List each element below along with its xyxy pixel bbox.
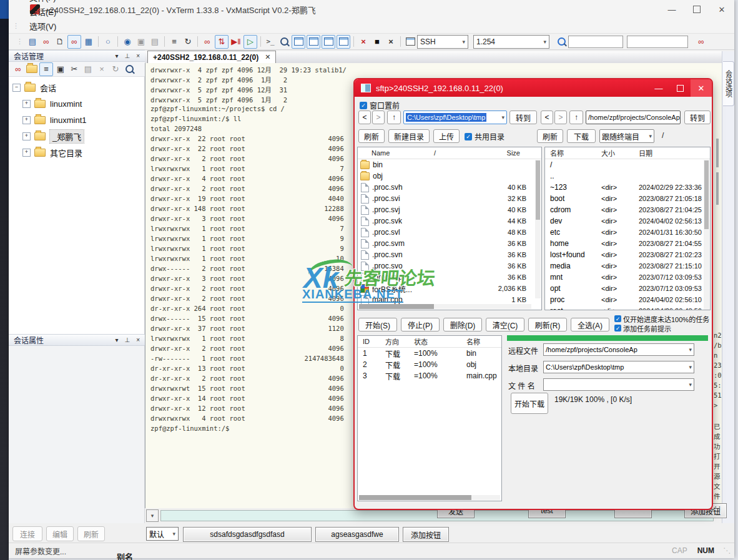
local-file-row[interactable]: obj xyxy=(358,170,531,182)
column-status[interactable]: 状态 xyxy=(414,336,466,346)
local-list-header[interactable]: Name / Size xyxy=(358,147,541,159)
local-file-list[interactable]: Name / Size bin obj .proc.svh 40 KB xyxy=(357,147,542,310)
local-refresh-button[interactable]: 刷新 xyxy=(358,129,385,143)
custom-button-1[interactable]: sdsafdsgdasdfgsdfasd xyxy=(183,527,312,542)
remote-file-row[interactable]: dev <dir> 2024/04/02 02:56:13 xyxy=(545,215,710,227)
panel-close-icon[interactable]: × xyxy=(136,336,140,343)
search-input[interactable] xyxy=(568,36,623,48)
black-square-icon[interactable]: ■ xyxy=(371,36,383,48)
remote-file-row[interactable]: lost+found <dir> 2023/08/27 21:02:23 xyxy=(545,249,710,260)
remote-path-select[interactable]: /home/zpf/projects/ConsoleApp▾ xyxy=(586,111,681,124)
remote-file-row[interactable]: root <dir> 2024/04/29 20:48:56 xyxy=(545,305,710,310)
custom-button-2[interactable]: agseasgasdfwe xyxy=(315,527,399,542)
tree-node-zhengpengfei[interactable]: + _郑鹏飞 xyxy=(9,128,144,144)
connect-button[interactable]: 连接 xyxy=(12,526,42,541)
queue-select-all-button[interactable]: 全选(A) xyxy=(571,318,609,332)
remote-up-button[interactable]: ↑ xyxy=(569,111,583,124)
column-size[interactable]: Size xyxy=(507,149,520,157)
tree-node-other-dirs[interactable]: + 其它目录 xyxy=(9,144,144,160)
tree-node-linuxmint1[interactable]: + linuxmint1 xyxy=(9,112,144,128)
remote-file-select[interactable]: /home/zpf/projects/ConsoleAp▾ xyxy=(543,343,694,356)
remote-file-row[interactable]: media <dir> 2023/08/27 21:15:10 xyxy=(545,260,710,272)
remote-refresh-button[interactable]: 刷新 xyxy=(537,129,563,143)
local-file-row[interactable]: .proc.svo 36 KB xyxy=(358,260,531,272)
connect-session-icon[interactable]: ∞ xyxy=(12,63,24,76)
play-pause-icon[interactable]: ▶‖ xyxy=(230,36,242,48)
cut-icon[interactable]: ✂ xyxy=(68,63,81,76)
checked-checkbox-icon[interactable] xyxy=(465,133,472,140)
window-layout-4-icon[interactable] xyxy=(337,35,350,49)
column-name[interactable]: Name xyxy=(358,149,434,157)
quick-connect-icon[interactable]: ∞ xyxy=(40,36,52,48)
local-path-select[interactable]: C:\Users\zpf\Desktop\tmp▾ xyxy=(403,111,507,124)
start-download-button[interactable]: 开始下载 xyxy=(511,393,548,414)
collapse-icon[interactable]: − xyxy=(12,84,21,92)
list-view-icon[interactable]: ≡ xyxy=(39,62,53,76)
local-file-row[interactable]: forBS系统... 2,036 KB xyxy=(358,283,531,294)
only-unfinished-option[interactable]: 仅开始进度未达100%的任务 xyxy=(614,314,709,323)
panel-menu-icon[interactable]: ▾ xyxy=(115,52,118,59)
local-file-row[interactable]: .proc.svi 32 KB xyxy=(358,193,531,204)
minimize-button[interactable]: — xyxy=(659,1,684,17)
local-file-row[interactable]: .proc.svn 36 KB xyxy=(358,249,531,260)
remote-list-header[interactable]: 名称 大小 日期 xyxy=(545,147,710,159)
new-directory-button[interactable]: 新建目录 xyxy=(388,129,430,143)
panel-menu-icon[interactable]: ▾ xyxy=(115,336,118,343)
prompt-icon[interactable]: >_ xyxy=(264,36,277,48)
remote-file-row[interactable]: proc <dir> 2024/04/02 02:56:10 xyxy=(545,294,710,305)
remote-file-row[interactable]: home <dir> 2023/08/27 21:04:55 xyxy=(545,238,710,249)
column-name[interactable]: 名称 xyxy=(545,148,601,158)
follow-terminal-select[interactable]: 跟随终端目▾ xyxy=(599,129,654,143)
queue-row[interactable]: 1 下载 =100% bin xyxy=(358,348,501,359)
local-list-scrollbar[interactable] xyxy=(535,160,541,298)
remote-file-row[interactable]: opt <dir> 2023/07/12 03:09:53 xyxy=(545,283,710,294)
maximize-button[interactable] xyxy=(684,1,709,17)
local-go-button[interactable]: 转到 xyxy=(509,111,537,124)
tab-close-icon[interactable]: ✕ xyxy=(265,53,270,61)
close-button[interactable]: ✕ xyxy=(709,1,734,17)
local-dir-select[interactable]: C:\Users\zpf\Desktop\tmp▾ xyxy=(543,361,694,373)
upload-button[interactable]: 上传 xyxy=(433,129,460,143)
stop-icon[interactable]: ◉ xyxy=(121,36,134,48)
refresh-button[interactable]: 刷新 xyxy=(77,526,105,541)
pin-icon[interactable]: ⊥ xyxy=(124,336,130,343)
local-file-row[interactable]: .proc.svm 36 KB xyxy=(358,238,531,249)
list-icon[interactable]: ≡ xyxy=(168,36,180,48)
download-button[interactable]: 下载 xyxy=(567,129,596,143)
column-size[interactable]: 大小 xyxy=(601,148,639,158)
chain-icon[interactable]: ∞ xyxy=(695,36,707,48)
queue-delete-button[interactable]: 删除(D) xyxy=(443,318,482,332)
share-dir-option[interactable]: 共用目录 xyxy=(465,131,504,142)
column-sort[interactable]: / xyxy=(434,149,459,157)
save-icon[interactable]: ▦ xyxy=(82,36,95,48)
close-tab-icon[interactable]: × xyxy=(385,36,397,48)
connect-icon[interactable]: ∞ xyxy=(67,35,81,49)
local-file-row[interactable]: .proc.svl 48 KB xyxy=(358,227,531,238)
terminal-tab[interactable]: +240SSH2_192.168.0.11_22(0) ✕ xyxy=(147,51,276,63)
dock-tab-session-options[interactable]: 会话选项 xyxy=(723,61,734,106)
preset-select[interactable]: 默认▾ xyxy=(146,527,179,541)
queue-stop-button[interactable]: 停止(P) xyxy=(401,318,440,332)
tree-node-linuxmint[interactable]: + linuxmint xyxy=(9,96,144,112)
queue-hscrollbar[interactable] xyxy=(359,495,500,500)
save-session-icon[interactable]: ▤ xyxy=(26,36,39,48)
file-name-select[interactable]: ▾ xyxy=(543,378,694,391)
flashlight-icon[interactable] xyxy=(555,36,568,48)
add-custom-button[interactable]: 添加按钮 xyxy=(403,527,449,542)
menu-item[interactable]: 选项(V) xyxy=(22,19,66,33)
transfer-queue-table[interactable]: ID 方向 状态 名称 1 下载 =100% bin 2 下载 =100% ob… xyxy=(357,335,502,501)
queue-refresh-button[interactable]: 刷新(R) xyxy=(528,318,567,332)
new-folder-icon[interactable] xyxy=(26,63,38,76)
filter-input[interactable] xyxy=(627,36,688,48)
local-back-button[interactable]: < xyxy=(358,111,371,124)
sftp-close-button[interactable]: ✕ xyxy=(691,79,712,97)
clear-screen-icon[interactable]: × xyxy=(357,36,370,48)
queue-start-button[interactable]: 开始(S) xyxy=(358,318,397,332)
sftp-title-bar[interactable]: sftp>240SSH2_192.168.0.11_22(0) — ✕ xyxy=(355,79,712,97)
remote-file-row[interactable]: etc <dir> 2024/01/31 16:30:50 xyxy=(545,227,710,238)
sftp-maximize-button[interactable] xyxy=(669,81,691,95)
protocol-select[interactable]: SSH▾ xyxy=(417,35,468,49)
remote-file-row[interactable]: .. xyxy=(545,170,710,182)
expand-icon[interactable]: + xyxy=(22,149,31,157)
quick-send-dropdown[interactable]: ▾ xyxy=(146,509,159,522)
